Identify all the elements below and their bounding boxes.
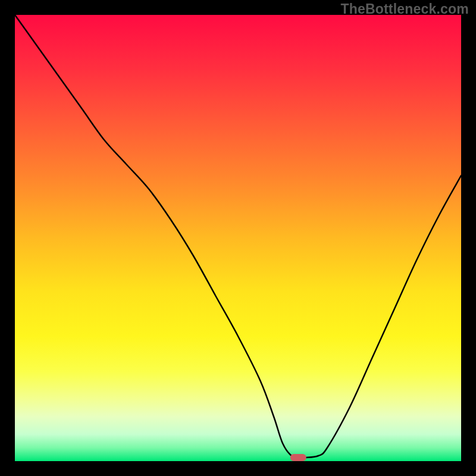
chart-container: TheBottleneck.com xyxy=(0,0,476,476)
plot-area xyxy=(15,15,461,461)
gradient-background xyxy=(15,15,461,461)
bottleneck-chart xyxy=(15,15,461,461)
optimal-marker xyxy=(290,454,306,461)
